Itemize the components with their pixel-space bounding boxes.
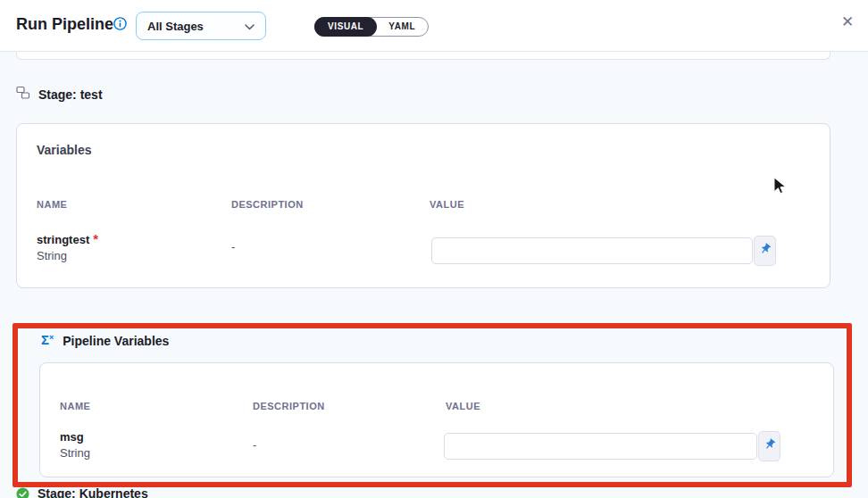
close-icon[interactable]: ✕	[841, 13, 854, 31]
column-header-value: VALUE	[446, 401, 480, 411]
variables-card: Variables NAME DESCRIPTION VALUE stringt…	[16, 123, 830, 288]
stage-kubernetes-heading: Stage: Kubernetes	[16, 486, 148, 498]
fixed-value-pin-button[interactable]	[758, 431, 780, 461]
run-pipeline-modal: Run Pipeline All Stages VISUAL YAML ✕	[0, 0, 868, 498]
scrolled-card-remnant	[16, 52, 830, 60]
fixed-value-pin-button[interactable]	[754, 236, 776, 266]
check-circle-icon	[16, 487, 29, 498]
variable-name: stringtest	[37, 233, 89, 246]
column-header-value: VALUE	[430, 199, 464, 210]
variable-name: msg	[60, 430, 84, 444]
variable-description: -	[231, 240, 235, 253]
required-asterisk: *	[89, 231, 98, 246]
variable-type: String	[60, 446, 90, 460]
column-header-name: NAME	[60, 401, 90, 411]
pipeline-variables-card: NAME DESCRIPTION VALUE msg String -	[39, 362, 834, 477]
pipeline-variables-title: Pipeline Variables	[63, 334, 169, 348]
pipeline-variables-icon: Σ×	[41, 333, 54, 349]
stage-kubernetes-label: Stage: Kubernetes	[38, 486, 148, 498]
column-header-description: DESCRIPTION	[253, 401, 325, 411]
variable-type: String	[37, 249, 67, 262]
stage-filter-value: All Stages	[147, 20, 204, 33]
variable-value-group	[431, 237, 776, 266]
variable-value-group	[444, 433, 780, 461]
column-header-name: NAME	[37, 199, 67, 210]
pin-icon	[764, 438, 776, 454]
variables-card-title: Variables	[37, 143, 92, 157]
toggle-yaml[interactable]: YAML	[376, 18, 428, 36]
stage-test-label: Stage: test	[38, 87, 103, 102]
variable-description: -	[253, 438, 256, 452]
stages-icon	[16, 86, 30, 103]
variable-value-input[interactable]	[444, 433, 757, 460]
toggle-visual[interactable]: VISUAL	[314, 17, 377, 37]
variable-name-cell: stringtest* String	[37, 231, 98, 264]
modal-header: Run Pipeline All Stages VISUAL YAML ✕	[0, 0, 868, 52]
pipeline-variables-heading: Σ× Pipeline Variables	[41, 333, 169, 349]
visual-yaml-toggle: VISUAL YAML	[314, 17, 429, 37]
stage-filter-select[interactable]: All Stages	[136, 12, 266, 40]
pin-icon	[759, 243, 772, 259]
modal-body: Stage: test Variables NAME DESCRIPTION V…	[0, 52, 868, 498]
column-header-description: DESCRIPTION	[231, 199, 304, 210]
info-icon[interactable]	[113, 17, 127, 30]
chevron-down-icon	[245, 20, 255, 33]
variable-name-cell: msg String	[60, 429, 90, 461]
variable-value-input[interactable]	[431, 237, 753, 264]
stage-test-heading: Stage: test	[16, 86, 103, 103]
page-title: Run Pipeline	[16, 15, 113, 34]
